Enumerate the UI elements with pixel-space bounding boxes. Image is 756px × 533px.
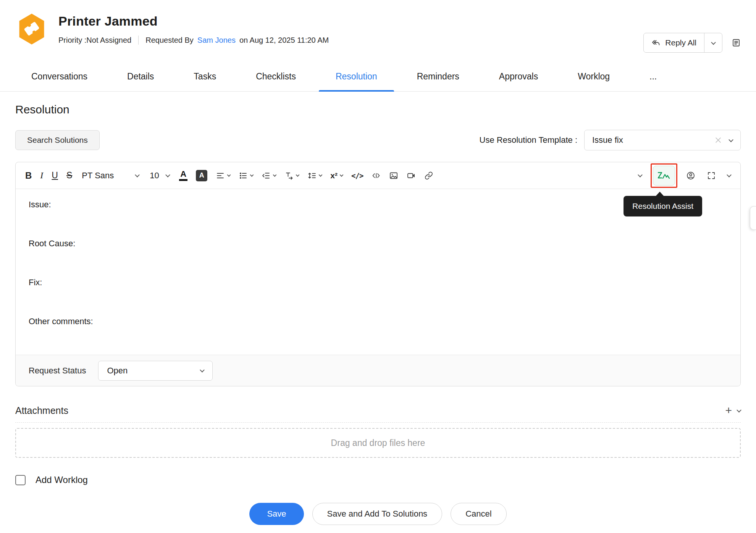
request-status-bar: Request Status Open: [16, 355, 740, 386]
add-attachment-button[interactable]: +: [725, 405, 732, 416]
insert-link-button[interactable]: [422, 169, 436, 183]
line-spacing-button[interactable]: [305, 169, 325, 183]
italic-button[interactable]: I: [37, 168, 46, 183]
chevron-down-icon: [727, 173, 732, 178]
bold-button[interactable]: B: [23, 168, 34, 183]
editor-line-root-cause: Root Cause:: [29, 238, 727, 249]
underline-label: U: [52, 170, 58, 181]
tab-resolution[interactable]: Resolution: [336, 62, 377, 91]
tab-conversations[interactable]: Conversations: [31, 62, 87, 91]
tab-approvals[interactable]: Approvals: [499, 62, 538, 91]
resolution-editor: B I U S PT Sans 10 A: [15, 162, 741, 386]
video-icon: [407, 171, 416, 180]
embed-icon: [372, 171, 381, 180]
resolution-template-select[interactable]: Issue fix: [584, 130, 741, 150]
chevron-down-icon: [296, 173, 300, 177]
strikethrough-label: S: [66, 170, 72, 181]
font-family-value: PT Sans: [82, 171, 114, 181]
add-worklog-checkbox[interactable]: [15, 475, 26, 485]
list-button[interactable]: [236, 169, 256, 183]
line-spacing-icon: [307, 171, 317, 180]
editor-line-issue: Issue:: [29, 199, 727, 210]
tab-details[interactable]: Details: [127, 62, 154, 91]
requester-link[interactable]: Sam Jones: [197, 36, 236, 45]
embed-button[interactable]: [369, 169, 383, 183]
chevron-down-icon: [638, 173, 643, 178]
search-solutions-button[interactable]: Search Solutions: [15, 130, 100, 150]
chevron-down-icon: [227, 173, 231, 177]
template-selected-value: Issue fix: [592, 135, 715, 145]
text-color-icon: A: [179, 170, 187, 181]
underline-button[interactable]: U: [49, 168, 61, 183]
tab-tasks[interactable]: Tasks: [194, 62, 216, 91]
fullscreen-button[interactable]: [704, 169, 719, 183]
clear-template-icon[interactable]: [715, 137, 722, 144]
chevron-down-icon: [200, 368, 205, 373]
align-button[interactable]: [213, 169, 233, 183]
response-template-button[interactable]: [732, 38, 741, 47]
side-panel-handle[interactable]: [750, 206, 756, 230]
font-family-select[interactable]: PT Sans: [78, 168, 143, 183]
image-icon: [389, 171, 398, 180]
request-detail-page: Printer Jammed Priority :Not Assigned Re…: [0, 0, 756, 533]
chevron-down-icon: [319, 173, 323, 177]
tab-worklog[interactable]: Worklog: [578, 62, 610, 91]
request-status-select[interactable]: Open: [98, 361, 213, 381]
outdent-button[interactable]: [259, 169, 279, 183]
attachments-header: Attachments +: [15, 405, 741, 423]
request-header: Printer Jammed Priority :Not Assigned Re…: [0, 0, 756, 62]
cancel-button[interactable]: Cancel: [451, 503, 506, 525]
priority-label: Priority :Not Assigned: [58, 36, 131, 45]
meta-divider: [138, 36, 139, 45]
request-status-value: Open: [107, 366, 128, 376]
zia-resolution-assist-button[interactable]: [653, 166, 675, 186]
plus-icon: +: [725, 405, 732, 416]
font-size-value: 10: [150, 171, 159, 181]
reply-all-icon: [651, 38, 661, 47]
insert-video-button[interactable]: [404, 169, 418, 183]
editor-line-other-comments: Other comments:: [29, 316, 727, 327]
editor-toolbar: B I U S PT Sans 10 A: [16, 162, 740, 189]
tab-checklists[interactable]: Checklists: [256, 62, 296, 91]
request-tabs: Conversations Details Tasks Checklists R…: [0, 62, 756, 92]
person-circle-icon: [686, 171, 695, 180]
link-icon: [424, 171, 433, 180]
code-icon: </>: [351, 171, 363, 180]
code-button[interactable]: </>: [349, 169, 366, 182]
more-tools-button[interactable]: [636, 171, 645, 179]
font-size-select[interactable]: 10: [146, 168, 173, 183]
bullet-list-icon: [239, 171, 248, 180]
resolution-section-title: Resolution: [15, 103, 741, 116]
insert-user-button[interactable]: [683, 169, 698, 183]
text-direction-button[interactable]: [282, 169, 302, 183]
insert-image-button[interactable]: [386, 169, 401, 183]
dropzone-text: Drag and drop files here: [331, 438, 425, 448]
tab-more[interactable]: ...: [649, 62, 657, 91]
chevron-down-icon: [729, 137, 733, 142]
annotation-highlight-box: [651, 163, 677, 188]
chevron-down-icon: [711, 40, 716, 45]
reply-options-caret[interactable]: [704, 41, 722, 45]
attachments-collapse-button[interactable]: [737, 409, 741, 412]
save-button[interactable]: Save: [249, 503, 304, 525]
text-color-button[interactable]: A: [176, 168, 190, 183]
background-color-button[interactable]: A: [193, 168, 210, 184]
fullscreen-icon: [707, 171, 716, 180]
page-title: Printer Jammed: [58, 14, 329, 29]
superscript-button[interactable]: x²: [328, 169, 346, 183]
tab-reminders[interactable]: Reminders: [417, 62, 459, 91]
reply-all-label: Reply All: [665, 38, 696, 47]
strikethrough-button[interactable]: S: [64, 168, 75, 183]
bold-label: B: [25, 170, 32, 181]
chevron-down-icon: [165, 173, 170, 178]
reply-all-button[interactable]: Reply All: [643, 33, 722, 53]
document-icon: [732, 38, 741, 47]
align-left-icon: [216, 171, 225, 180]
attachment-dropzone[interactable]: Drag and drop files here: [15, 428, 741, 458]
italic-label: I: [40, 170, 43, 181]
chevron-down-icon: [135, 173, 140, 178]
toolbar-collapse-button[interactable]: [725, 171, 733, 179]
save-add-solutions-button[interactable]: Save and Add To Solutions: [312, 503, 443, 525]
resolution-assist-tooltip: Resolution Assist: [624, 196, 702, 216]
attachments-title: Attachments: [15, 405, 68, 416]
